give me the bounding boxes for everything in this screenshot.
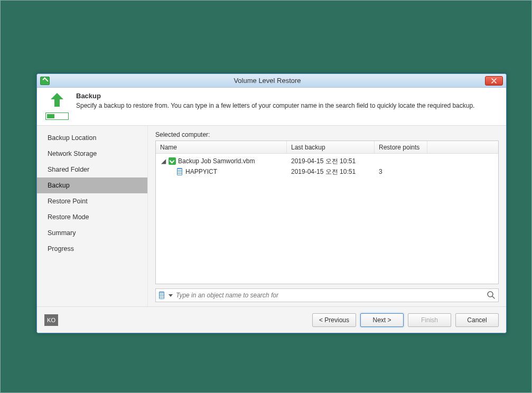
row-name: HAPPYICT: [185, 168, 217, 175]
svg-line-1: [492, 296, 494, 298]
sidebar-item-label: Restore Mode: [48, 213, 89, 221]
page-title: Backup: [76, 92, 474, 100]
finish-button: Finish: [408, 313, 451, 327]
sidebar-item-restore-point[interactable]: Restore Point: [37, 193, 147, 209]
restore-wizard-dialog: Volume Level Restore Backup Specify a ba…: [36, 73, 507, 333]
row-last-backup: 2019-04-15 오전 10:51: [287, 167, 375, 176]
sidebar-item-backup-location[interactable]: Backup Location: [37, 130, 147, 146]
row-name: Backup Job Samworld.vbm: [178, 157, 255, 165]
sidebar-item-network-storage[interactable]: Network Storage: [37, 146, 147, 162]
tree-row-computer[interactable]: HAPPYICT 2019-04-15 오전 10:51 3: [156, 166, 498, 177]
sidebar-item-restore-mode[interactable]: Restore Mode: [37, 209, 147, 225]
header-icon-area: [42, 91, 72, 120]
titlebar: Volume Level Restore: [37, 74, 506, 88]
wizard-header: Backup Specify a backup to restore from.…: [37, 88, 506, 126]
sidebar-item-progress[interactable]: Progress: [37, 241, 147, 257]
sidebar-item-label: Network Storage: [48, 150, 97, 157]
column-header-name[interactable]: Name: [156, 141, 287, 153]
app-icon: [40, 77, 50, 85]
close-icon: [491, 78, 497, 83]
cancel-button[interactable]: Cancel: [455, 313, 499, 327]
tree-body: ◢ Backup Job Samworld.vbm 2019-04-15 오전 …: [156, 154, 498, 284]
main-panel: Selected computer: Name Last backup Rest…: [148, 126, 506, 306]
sidebar-item-label: Summary: [48, 229, 76, 237]
wizard-sidebar: Backup Location Network Storage Shared F…: [37, 126, 148, 306]
row-restore-points: 3: [375, 168, 427, 175]
sidebar-item-label: Backup Location: [48, 134, 96, 142]
sidebar-item-summary[interactable]: Summary: [37, 225, 147, 241]
language-indicator[interactable]: KO: [44, 314, 58, 326]
search-icon: [487, 291, 495, 299]
tree-row-job[interactable]: ◢ Backup Job Samworld.vbm 2019-04-15 오전 …: [156, 156, 498, 166]
sidebar-item-label: Shared Folder: [48, 166, 89, 173]
progress-bar-icon: [45, 113, 69, 120]
sidebar-item-backup[interactable]: Backup: [37, 177, 147, 193]
wizard-footer: KO < Previous Next > Finish Cancel: [37, 306, 506, 333]
filter-type-dropdown[interactable]: [169, 294, 173, 297]
search-button[interactable]: [487, 291, 495, 301]
page-description: Specify a backup to restore from. You ca…: [76, 102, 474, 109]
sidebar-item-label: Backup: [48, 182, 70, 189]
close-button[interactable]: [485, 76, 503, 86]
search-row: [155, 288, 499, 302]
sidebar-item-label: Progress: [48, 245, 74, 252]
previous-button[interactable]: < Previous: [312, 313, 356, 327]
sidebar-item-shared-folder[interactable]: Shared Folder: [37, 162, 147, 177]
window-title: Volume Level Restore: [50, 77, 485, 85]
backup-job-icon: [169, 157, 176, 165]
column-header-restore-points[interactable]: Restore points: [375, 141, 427, 153]
column-header-last-backup[interactable]: Last backup: [287, 141, 375, 153]
sidebar-item-label: Restore Point: [48, 198, 88, 205]
section-label: Selected computer:: [155, 131, 499, 138]
backup-tree: Name Last backup Restore points ◢ Backup…: [155, 141, 499, 284]
wizard-body: Backup Location Network Storage Shared F…: [37, 126, 506, 306]
header-text: Backup Specify a backup to restore from.…: [72, 91, 474, 120]
next-button[interactable]: Next >: [360, 313, 404, 327]
tree-header: Name Last backup Restore points: [156, 141, 498, 154]
collapse-toggle-icon[interactable]: ◢: [160, 157, 166, 165]
computer-icon: [177, 168, 182, 175]
search-input[interactable]: [176, 292, 487, 299]
upload-arrow-icon: [48, 92, 67, 109]
filter-type-icon: [159, 292, 164, 299]
row-last-backup: 2019-04-15 오전 10:51: [287, 157, 375, 166]
